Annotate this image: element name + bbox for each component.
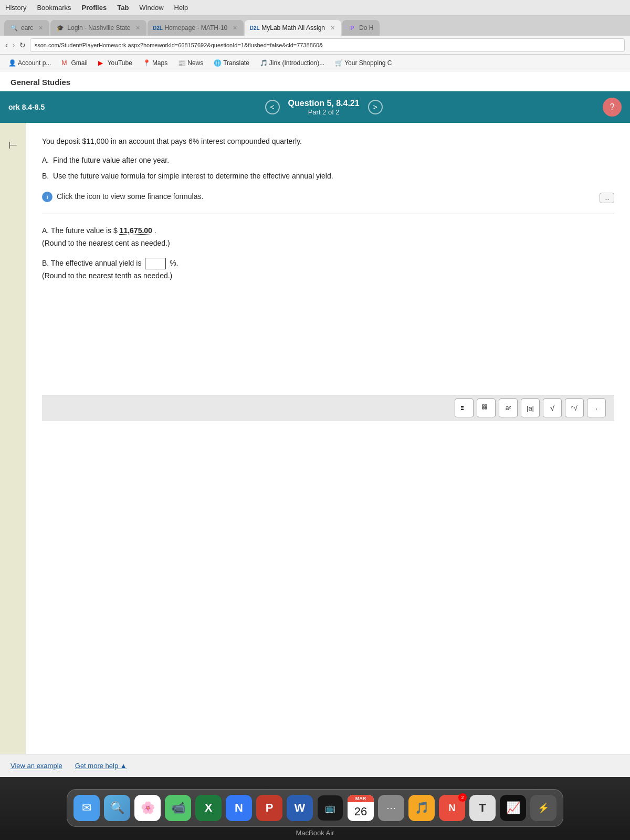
stocks-icon: 📈 [506,801,520,815]
bookmarks-bar: 👤 Account p... M Gmail ▶ YouTube 📍 Maps … [0,55,630,71]
answer-b-input[interactable] [145,258,166,269]
dock-word[interactable]: W [287,795,313,821]
content-spacer [42,290,614,395]
math-btn-matrix[interactable] [477,398,496,417]
info-icon[interactable]: i [42,192,52,202]
math-btn-superscript[interactable]: a² [499,398,518,417]
dock-music[interactable]: 🎵 [408,795,435,821]
left-panel: ⊢ [0,123,26,754]
bookmark-maps-label: Maps [152,59,167,67]
dock-other[interactable]: ⚡ [530,795,556,821]
back-to-list-icon[interactable]: ⊢ [8,139,17,151]
main-content-area: ⊢ You deposit $11,000 in an account that… [0,123,630,754]
doh-favicon: P [349,24,356,32]
dock-facetime[interactable]: 📹 [165,795,191,821]
part-a-label: A. [42,156,49,164]
next-question-button[interactable]: > [368,100,383,114]
bookmark-maps[interactable]: 📍 Maps [139,58,172,68]
answer-part-b: B. The effective annual yield is %. (Rou… [42,257,614,282]
bookmark-shopping[interactable]: 🛒 Your Shopping C [331,58,396,68]
translate-icon: 🌐 [214,59,221,67]
bookmark-jinx-label: Jinx (Introduction)... [269,59,324,67]
expand-button[interactable]: ... [600,193,614,203]
answer-a-note: (Round to the nearest cent as needed.) [42,239,170,247]
question-title-sub: Part 2 of 2 [288,108,360,116]
question-nav-center: < Question 5, 8.4.21 Part 2 of 2 > [265,99,383,116]
menu-help[interactable]: Help [174,4,188,12]
dock-notes[interactable]: N [226,795,252,821]
matrix-icon [481,403,491,413]
dock-photos[interactable]: 🌸 [134,795,161,821]
dock-texteditor[interactable]: T [469,795,496,821]
login-favicon: 🎓 [57,24,64,32]
question-nav-bar: ork 8.4-8.5 < Question 5, 8.4.21 Part 2 … [0,91,630,123]
dock-calendar[interactable]: MAR 26 [348,795,374,821]
menu-bookmarks[interactable]: Bookmarks [37,4,71,12]
bookmark-news[interactable]: 📰 News [174,58,207,68]
music-icon: 🎵 [415,801,429,815]
bookmark-translate[interactable]: 🌐 Translate [209,58,254,68]
tab-homepage-close[interactable]: ✕ [233,25,237,32]
tab-mylab-close[interactable]: ✕ [330,25,335,32]
svg-rect-3 [482,405,484,406]
tab-login[interactable]: 🎓 Login - Nashville State ✕ [50,20,146,36]
dock-mail[interactable]: ✉ [74,795,100,821]
tab-search[interactable]: 🔍 earc ✕ [4,20,49,36]
macbook-label: MacBook Air [296,829,334,837]
math-btn-nroot[interactable]: ⁿ√ [565,398,584,417]
math-btn-absolute[interactable]: |a| [521,398,540,417]
info-box: i Click the icon to view some finance fo… [42,191,614,203]
gmail-icon: M [61,59,69,67]
question-title-main: Question 5, 8.4.21 [288,99,360,108]
tab-doh[interactable]: P Do H [342,20,380,36]
answer-a-value: 11,675.00 [120,226,152,235]
help-button[interactable]: ? [603,98,622,117]
get-more-help-link[interactable]: Get more help ▲ [75,762,127,770]
menu-history[interactable]: History [5,4,26,12]
url-bar[interactable]: sson.com/Student/PlayerHomework.aspx?hom… [30,38,625,52]
sqrt-icon: √ [550,404,554,413]
dock-stocks[interactable]: 📈 [500,795,526,821]
menu-tab[interactable]: Tab [117,4,129,12]
divider [42,214,614,214]
bookmark-account-label: Account p... [18,59,51,67]
question-part-a: A. Find the future value after one year. [42,154,614,167]
menu-profiles[interactable]: Profiles [81,4,107,12]
texteditor-icon: T [479,801,486,815]
math-btn-sqrt[interactable]: √ [543,398,562,417]
dock-launchpad[interactable]: ⋯ [378,795,404,821]
calendar-date: 26 [348,802,374,821]
dock-appletv[interactable]: 📺 [317,795,343,821]
bookmark-account[interactable]: 👤 Account p... [4,58,55,68]
dock-excel[interactable]: X [195,795,222,821]
menu-window[interactable]: Window [139,4,163,12]
math-btn-fraction[interactable] [455,398,474,417]
bookmark-jinx[interactable]: 🎵 Jinx (Introduction)... [256,58,329,68]
tab-login-close[interactable]: ✕ [135,25,140,32]
answer-b-suffix: %. [170,259,178,267]
dock-news[interactable]: N 2 [439,795,465,821]
prev-question-button[interactable]: < [265,100,280,114]
jinx-icon: 🎵 [260,59,267,67]
answer-section: A. The future value is $ 11,675.00 . (Ro… [42,225,614,282]
dock-powerpoint[interactable]: P [256,795,282,821]
tab-search-close[interactable]: ✕ [38,25,43,32]
dock-finder[interactable]: 🔍 [104,795,130,821]
math-btn-dot[interactable]: · [587,398,606,417]
math-toolbar: a² |a| √ ⁿ√ · [42,395,614,421]
answer-a-prefix: A. The future value is $ [42,226,118,235]
refresh-button[interactable]: ↻ [19,41,26,49]
tab-homepage[interactable]: D2L Homepage - MATH-10 ✕ [148,20,244,36]
view-example-link[interactable]: View an example [10,762,62,770]
news-icon: 📰 [178,59,185,67]
mylab-favicon: D2L [251,24,258,32]
back-button[interactable]: ‹ [5,40,8,50]
other-icon: ⚡ [538,802,549,814]
absolute-icon: |a| [527,404,534,412]
bookmark-gmail[interactable]: M Gmail [57,58,91,68]
forward-button[interactable]: › [12,40,15,50]
bookmark-youtube[interactable]: ▶ YouTube [94,58,136,68]
excel-icon: X [205,801,213,815]
tab-mylab[interactable]: D2L MyLab Math All Assign ✕ [245,20,341,36]
address-bar: ‹ › ↻ sson.com/Student/PlayerHomework.as… [0,36,630,55]
